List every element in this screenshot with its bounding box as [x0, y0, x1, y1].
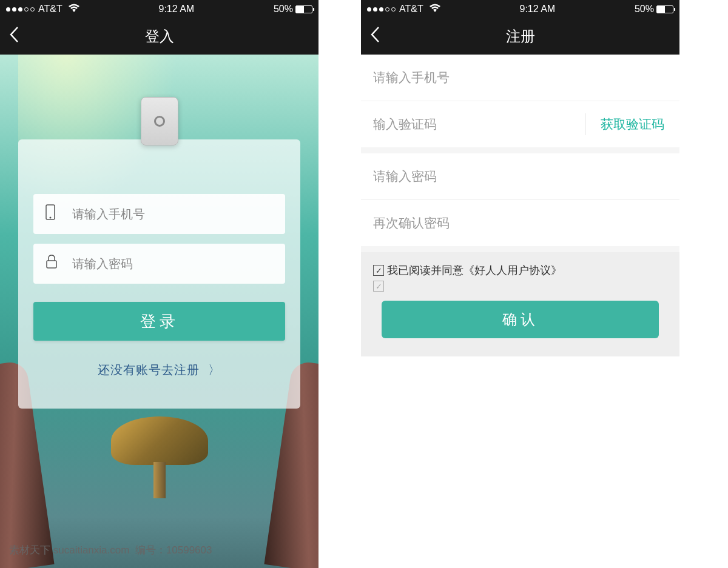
phone-icon [46, 204, 60, 224]
battery-icon [295, 5, 312, 13]
register-link-text: 还没有账号去注册 [98, 363, 200, 376]
time-label: 9:12 AM [158, 4, 194, 15]
password-field[interactable]: 请输入密码 [33, 244, 285, 284]
svg-rect-2 [47, 261, 56, 268]
login-background: 请输入手机号 请输入密码 登录 还没有账号去注册 〉 [0, 55, 318, 568]
login-screen: AT&T 9:12 AM 50% 登入 [0, 0, 318, 568]
signal-strength-icon [6, 7, 35, 12]
battery-percent: 50% [274, 4, 293, 15]
nav-bar: 注册 [361, 18, 679, 55]
agreement-text: 我已阅读并同意《好人人用户协议》 [387, 263, 562, 278]
get-verify-code-button[interactable]: 获取验证码 [585, 101, 679, 147]
lock-icon [46, 255, 60, 273]
watermark: 素材天下 sucaitianxia.com 编号：10599603 [9, 543, 212, 557]
back-button[interactable] [9, 26, 19, 47]
register-form: 请输入手机号 输入验证码 获取验证码 请输入密码 再次确认密码 ✓ 我已阅读并同… [361, 55, 679, 568]
register-screen: AT&T 9:12 AM 50% 注册 请输入手机号 输入验证码 [361, 0, 679, 568]
page-title: 注册 [506, 27, 535, 46]
wifi-icon [430, 4, 440, 15]
status-bar: AT&T 9:12 AM 50% [0, 0, 318, 18]
register-link[interactable]: 还没有账号去注册 〉 [33, 362, 285, 378]
page-title: 登入 [145, 27, 174, 46]
login-card: 请输入手机号 请输入密码 登录 还没有账号去注册 〉 [18, 139, 300, 409]
phone-placeholder: 请输入手机号 [72, 206, 145, 222]
confirm-button[interactable]: 确认 [382, 301, 659, 338]
confirm-password-field[interactable]: 再次确认密码 [361, 200, 679, 246]
register-footer: ✓ 我已阅读并同意《好人人用户协议》 ✓ 确认 [361, 252, 679, 356]
battery-icon [656, 5, 673, 13]
nav-bar: 登入 [0, 18, 318, 55]
login-button[interactable]: 登录 [33, 302, 285, 341]
lock-tab-icon [141, 97, 178, 145]
password-placeholder: 请输入密码 [72, 256, 133, 272]
phone-field[interactable]: 请输入手机号 [361, 55, 679, 101]
carrier-label: AT&T [399, 4, 423, 15]
battery-percent: 50% [635, 4, 654, 15]
wifi-icon [69, 4, 79, 15]
verify-code-field[interactable]: 输入验证码 [361, 101, 585, 147]
phone-field[interactable]: 请输入手机号 [33, 194, 285, 234]
password-field[interactable]: 请输入密码 [361, 153, 679, 200]
agreement-checkbox[interactable]: ✓ [373, 265, 384, 276]
svg-point-1 [50, 217, 52, 219]
status-bar: AT&T 9:12 AM 50% [361, 0, 679, 18]
back-button[interactable] [370, 26, 380, 47]
time-label: 9:12 AM [519, 4, 555, 15]
carrier-label: AT&T [38, 4, 62, 15]
secondary-checkbox[interactable]: ✓ [373, 281, 384, 292]
chevron-right-icon: 〉 [208, 363, 221, 376]
signal-strength-icon [367, 7, 396, 12]
